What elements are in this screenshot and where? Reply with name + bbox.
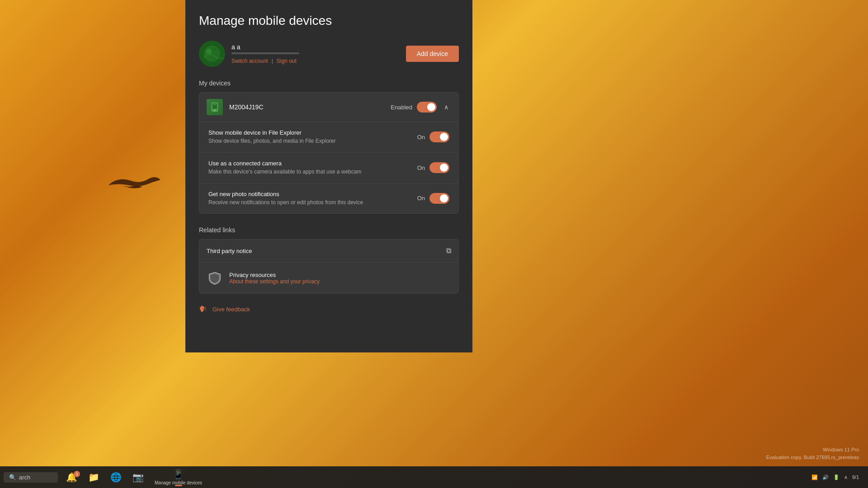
third-party-title: Third party notice (207, 248, 446, 254)
svg-point-1 (204, 46, 220, 62)
privacy-resources-link[interactable]: Privacy resources About these settings a… (199, 263, 458, 293)
device-enabled-toggle[interactable] (417, 102, 437, 113)
bird-decoration (104, 172, 163, 199)
taskbar-file-explorer-item[interactable]: 📁 (84, 470, 104, 484)
setting-row-notifications: Get new photo notifications Receive new … (199, 183, 458, 214)
related-links-container: Third party notice ⧉ Privacy resources A… (199, 239, 459, 294)
setting-desc-file-explorer: Show device files, photos, and media in … (208, 137, 417, 145)
eval-line2: Evaluation copy. Build 27695.rs_prerelea… (766, 454, 859, 461)
related-link-text: Third party notice (207, 248, 446, 254)
sign-out-link[interactable]: Sign out (277, 58, 297, 64)
device-expand-button[interactable]: ∧ (441, 103, 451, 112)
setting-right-camera: On (417, 162, 449, 173)
svg-rect-7 (213, 104, 216, 105)
search-text: arch (19, 474, 30, 481)
taskbar-search[interactable]: 🔍 arch (4, 472, 58, 483)
account-bar (231, 52, 299, 54)
svg-point-6 (214, 110, 216, 111)
time-display: 9/1 (852, 474, 859, 480)
setting-row-file-explorer: Show mobile device in File Explorer Show… (199, 122, 458, 153)
network-icon: 📶 (811, 474, 818, 480)
taskbar-time[interactable]: 9/1 (852, 474, 859, 480)
account-section: a a Switch account | Sign out Add device (199, 41, 459, 67)
edge-icon: 🌐 (110, 472, 122, 483)
setting-title-file-explorer: Show mobile device in File Explorer (208, 129, 417, 136)
svg-point-3 (213, 48, 217, 52)
camera-toggle[interactable] (429, 162, 449, 173)
privacy-title: Privacy resources (229, 272, 451, 278)
setting-content: Show mobile device in File Explorer Show… (208, 129, 417, 145)
taskbar-items: 🔔 1 📁 🌐 📷 📱 Manage mobile devices (61, 467, 207, 487)
switch-account-link[interactable]: Switch account (231, 58, 268, 64)
device-row[interactable]: M2004J19C Enabled ∧ (199, 93, 458, 122)
eval-line1: Windows 11 Pro (766, 446, 859, 454)
related-links-header: Related links (199, 226, 459, 234)
battery-icon: 🔋 (833, 474, 840, 480)
file-explorer-icon: 📁 (88, 472, 99, 483)
external-link-icon: ⧉ (446, 247, 451, 255)
settings-panel: Manage mobile devices a a Switch account… (185, 0, 472, 352)
setting-on-label-camera: On (417, 164, 425, 171)
mobile-devices-icon: 📱 (173, 469, 184, 480)
chevron-icon[interactable]: ∧ (844, 474, 848, 480)
taskbar-camera-item[interactable]: 📷 (128, 470, 148, 484)
notifications-toggle[interactable] (429, 193, 449, 204)
device-status-label: Enabled (391, 104, 412, 111)
taskbar-right: 📶 🔊 🔋 ∧ 9/1 (811, 474, 864, 480)
account-links: Switch account | Sign out (231, 58, 299, 64)
taskbar-item-label: Manage mobile devices (155, 480, 202, 485)
taskbar-edge-item[interactable]: 🌐 (106, 470, 126, 484)
setting-on-label-notifications: On (417, 195, 425, 202)
taskbar: 🔍 arch 🔔 1 📁 🌐 📷 📱 Manage mobile devices… (0, 466, 868, 488)
device-name: M2004J19C (229, 103, 391, 111)
page-title: Manage mobile devices (199, 14, 459, 28)
notification-badge: 1 (74, 471, 80, 477)
account-name: a a (231, 43, 299, 51)
setting-content-camera: Use as a connected camera Make this devi… (208, 160, 417, 176)
third-party-notice-link[interactable]: Third party notice ⧉ (199, 239, 458, 263)
give-feedback-label: Give feedback (212, 306, 250, 313)
setting-right: On (417, 131, 449, 142)
setting-desc-notifications: Receive new notifications to open or edi… (208, 199, 417, 206)
my-devices-header: My devices (199, 80, 459, 87)
setting-title-camera: Use as a connected camera (208, 160, 417, 167)
setting-desc-camera: Make this device's camera available to a… (208, 168, 417, 176)
feedback-icon: 🗣 (199, 305, 207, 314)
setting-on-label: On (417, 134, 425, 141)
account-info: a a Switch account | Sign out (231, 43, 299, 64)
taskbar-notification-item[interactable]: 🔔 1 (61, 470, 82, 484)
taskbar-mobile-devices-item[interactable]: 📱 Manage mobile devices (150, 467, 207, 487)
setting-title-notifications: Get new photo notifications (208, 191, 417, 197)
setting-right-notifications: On (417, 193, 449, 204)
privacy-link-text: Privacy resources About these settings a… (229, 272, 451, 285)
setting-content-notifications: Get new photo notifications Receive new … (208, 191, 417, 206)
account-left: a a Switch account | Sign out (199, 41, 299, 67)
windows-eval-text: Windows 11 Pro Evaluation copy. Build 27… (766, 446, 859, 461)
privacy-subtitle: About these settings and your privacy (229, 278, 451, 285)
shield-icon (207, 270, 223, 286)
add-device-button[interactable]: Add device (406, 46, 459, 62)
account-divider: | (272, 58, 273, 64)
camera-icon: 📷 (132, 472, 144, 483)
setting-row-camera: Use as a connected camera Make this devi… (199, 153, 458, 183)
search-icon: 🔍 (9, 474, 16, 481)
svg-point-2 (206, 49, 212, 54)
avatar (199, 41, 225, 67)
devices-container: M2004J19C Enabled ∧ Show mobile device i… (199, 92, 459, 214)
give-feedback-link[interactable]: 🗣 Give feedback (199, 303, 459, 316)
device-icon (207, 99, 223, 115)
file-explorer-toggle[interactable] (429, 131, 449, 142)
volume-icon: 🔊 (822, 474, 829, 480)
